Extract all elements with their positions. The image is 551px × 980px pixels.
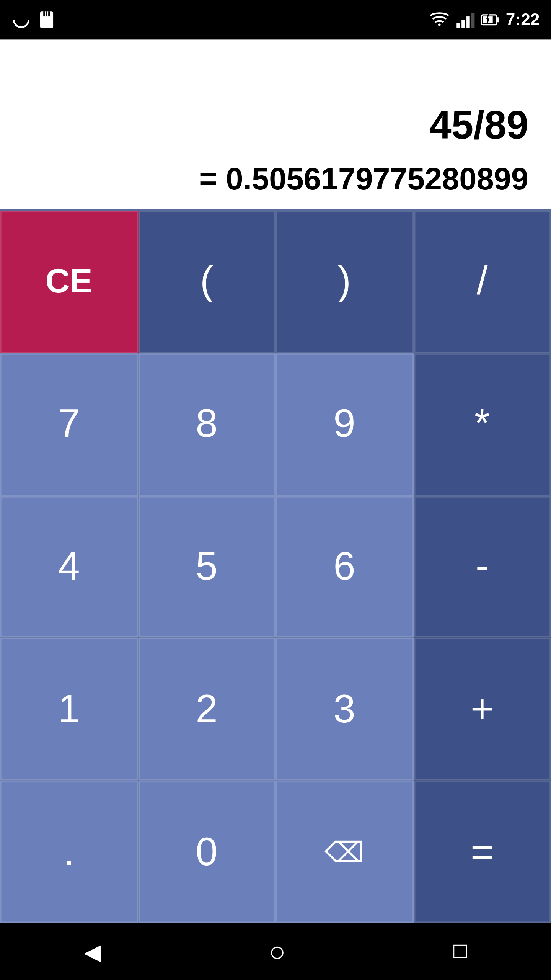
five-button[interactable]: 5 bbox=[138, 496, 276, 638]
calculator-grid: CE ( ) / 7 8 9 * 4 5 6 - 1 2 3 + bbox=[0, 209, 551, 923]
left-paren-label: ( bbox=[200, 259, 213, 304]
svg-rect-11 bbox=[497, 17, 499, 22]
svg-rect-9 bbox=[471, 13, 475, 28]
signal-icon bbox=[455, 10, 475, 30]
one-button[interactable]: 1 bbox=[0, 638, 138, 781]
svg-rect-3 bbox=[46, 11, 47, 16]
spinner-icon bbox=[11, 10, 31, 30]
result-display: = 0.5056179775280899 bbox=[199, 161, 528, 198]
status-bar: 7:22 bbox=[0, 0, 551, 39]
right-paren-button[interactable]: ) bbox=[276, 211, 413, 353]
four-label: 4 bbox=[58, 544, 80, 589]
backspace-button[interactable]: ⌫ bbox=[276, 781, 413, 923]
battery-icon bbox=[480, 10, 500, 30]
eight-label: 8 bbox=[196, 402, 218, 447]
display-area: 45/89 = 0.5056179775280899 bbox=[0, 39, 551, 209]
three-label: 3 bbox=[333, 687, 355, 732]
equals-button[interactable]: = bbox=[413, 781, 551, 923]
nine-button[interactable]: 9 bbox=[276, 353, 413, 495]
nine-label: 9 bbox=[333, 402, 355, 447]
dot-button[interactable]: . bbox=[0, 781, 138, 923]
status-time: 7:22 bbox=[506, 10, 540, 30]
five-label: 5 bbox=[196, 544, 218, 589]
plus-label: + bbox=[471, 687, 494, 732]
wifi-icon bbox=[429, 10, 449, 30]
divide-label: / bbox=[477, 259, 488, 304]
one-label: 1 bbox=[58, 687, 80, 732]
two-label: 2 bbox=[196, 687, 218, 732]
right-paren-label: ) bbox=[338, 259, 351, 304]
svg-rect-2 bbox=[43, 11, 45, 16]
multiply-label: * bbox=[474, 402, 490, 447]
zero-button[interactable]: 0 bbox=[138, 781, 276, 923]
sd-card-icon bbox=[37, 10, 57, 30]
dot-label: . bbox=[64, 829, 75, 874]
recent-button[interactable]: □ bbox=[453, 939, 467, 964]
nav-bar: ◀ ○ □ bbox=[0, 923, 551, 980]
svg-rect-7 bbox=[461, 20, 465, 28]
eight-button[interactable]: 8 bbox=[138, 353, 276, 495]
minus-label: - bbox=[476, 544, 489, 589]
home-button[interactable]: ○ bbox=[269, 935, 286, 967]
ce-label: CE bbox=[45, 262, 92, 302]
six-label: 6 bbox=[333, 544, 355, 589]
backspace-icon: ⌫ bbox=[324, 835, 364, 869]
equals-label: = bbox=[471, 829, 494, 874]
status-right-icons: 7:22 bbox=[429, 10, 540, 30]
three-button[interactable]: 3 bbox=[276, 638, 413, 781]
svg-point-0 bbox=[14, 12, 29, 27]
two-button[interactable]: 2 bbox=[138, 638, 276, 781]
status-left-icons bbox=[11, 10, 57, 30]
multiply-button[interactable]: * bbox=[413, 353, 551, 495]
zero-label: 0 bbox=[196, 829, 218, 874]
four-button[interactable]: 4 bbox=[0, 496, 138, 638]
expression-display: 45/89 bbox=[429, 102, 528, 150]
seven-button[interactable]: 7 bbox=[0, 353, 138, 495]
ce-button[interactable]: CE bbox=[0, 211, 138, 353]
left-paren-button[interactable]: ( bbox=[138, 211, 276, 353]
back-button[interactable]: ◀ bbox=[84, 938, 101, 965]
six-button[interactable]: 6 bbox=[276, 496, 413, 638]
seven-label: 7 bbox=[58, 402, 80, 447]
svg-rect-6 bbox=[456, 23, 460, 28]
minus-button[interactable]: - bbox=[413, 496, 551, 638]
divide-button[interactable]: / bbox=[413, 211, 551, 353]
svg-rect-8 bbox=[466, 16, 470, 28]
svg-point-5 bbox=[438, 23, 440, 26]
plus-button[interactable]: + bbox=[413, 638, 551, 781]
svg-rect-4 bbox=[48, 11, 50, 16]
